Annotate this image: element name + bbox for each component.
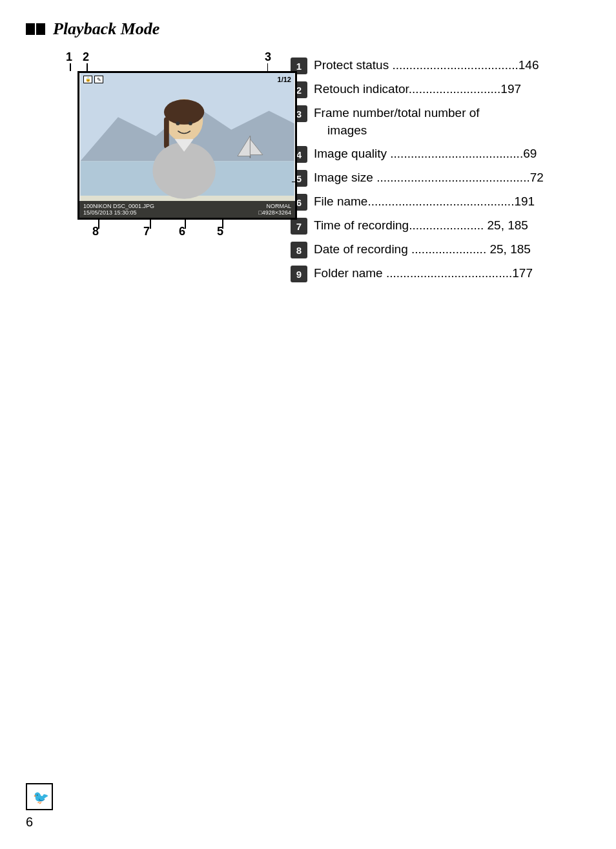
- info-item-3: 3 Frame number/total number of images: [291, 105, 590, 139]
- info-item-6: 6 File name.............................…: [291, 193, 590, 211]
- label-4-arrow: 4: [292, 175, 297, 189]
- label-6: 6: [179, 225, 185, 238]
- protect-retouch-icons: 🔒 ✎: [83, 76, 103, 83]
- item-text-1: Protect status .........................…: [314, 57, 590, 74]
- label-5: 5: [217, 225, 223, 238]
- info-item-8: 8 Date of recording ....................…: [291, 241, 590, 258]
- item-num-8: 8: [291, 242, 307, 258]
- protect-icon: 🔒: [83, 76, 92, 83]
- svg-point-13: [189, 121, 192, 125]
- label-area: 1 2 3: [52, 50, 271, 242]
- camera-bottom-left: 100NIKON DSC_0001.JPG 15/05/2013 15:30:0…: [83, 203, 154, 216]
- content-area: 1 2 3: [26, 50, 590, 289]
- playback-icon: 🐦: [26, 783, 53, 810]
- item-text-9: Folder name ............................…: [314, 265, 590, 282]
- item-text-6: File name...............................…: [314, 193, 590, 211]
- camera-info-line1: 100NIKON DSC_0001.JPG: [83, 203, 154, 209]
- title-text: Playback Mode: [53, 19, 159, 39]
- label-2-top: 2: [83, 50, 89, 64]
- camera-bottom-right: NORMAL □4928×3264: [258, 203, 291, 216]
- info-item-2: 2 Retouch indicator.....................…: [291, 81, 590, 98]
- item-num-7: 7: [291, 218, 307, 235]
- svg-rect-9: [164, 117, 169, 149]
- camera-info-line2: 15/05/2013 15:30:05: [83, 209, 154, 216]
- frame-counter: 1/12: [278, 76, 291, 83]
- playback-svg: 🐦: [30, 788, 48, 806]
- camera-quality: NORMAL: [266, 203, 291, 209]
- label-7: 7: [143, 225, 150, 238]
- label-8: 8: [92, 225, 99, 238]
- info-item-7: 7 Time of recording.....................…: [291, 217, 590, 235]
- item-text-3: Frame number/total number of images: [314, 105, 590, 139]
- label-3-top: 3: [265, 50, 271, 64]
- item-num-9: 9: [291, 266, 307, 282]
- svg-point-8: [164, 100, 204, 125]
- camera-frame: 🔒 ✎ 1/12 100NIKON DSC_0001.JPG 15/05/201…: [77, 71, 297, 220]
- info-item-9: 9 Folder name ..........................…: [291, 265, 590, 282]
- info-list: 1 Protect status .......................…: [291, 57, 590, 289]
- label-1-top: 1: [66, 50, 72, 64]
- item-text-8: Date of recording ......................…: [314, 241, 590, 258]
- diagram-area: 1 2 3: [26, 50, 271, 255]
- svg-point-12: [176, 121, 180, 125]
- item-text-7: Time of recording...................... …: [314, 217, 590, 235]
- item-text-4: Image quality ..........................…: [314, 145, 590, 163]
- info-item-5: 5 Image size ...........................…: [291, 169, 590, 187]
- svg-text:🐦: 🐦: [33, 790, 48, 805]
- page-number: 6: [26, 815, 33, 830]
- bottom-labels: 8 7 6 5: [52, 221, 271, 242]
- info-item-1: 1 Protect status .......................…: [291, 57, 590, 74]
- info-item-4: 4 Image quality ........................…: [291, 145, 590, 163]
- retouch-icon: ✎: [94, 76, 103, 83]
- item-text-5: Image size .............................…: [314, 169, 590, 187]
- camera-size: □4928×3264: [258, 209, 291, 216]
- title-icon: [26, 23, 45, 35]
- item-text-2: Retouch indicator.......................…: [314, 81, 590, 98]
- camera-top-bar: 🔒 ✎ 1/12: [83, 76, 291, 83]
- camera-bottom-bar: 100NIKON DSC_0001.JPG 15/05/2013 15:30:0…: [79, 201, 295, 218]
- page-title: Playback Mode: [26, 19, 590, 39]
